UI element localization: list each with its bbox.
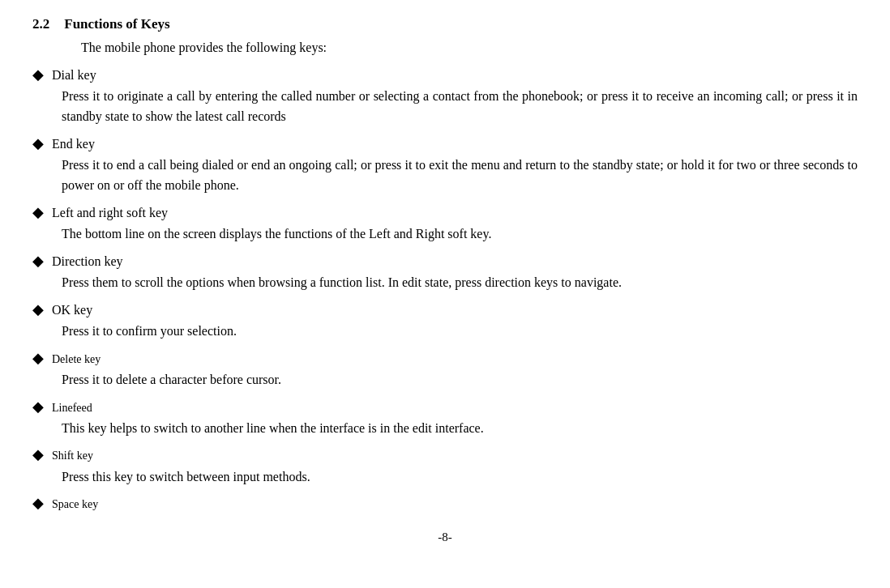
key-desc-shift: Press this key to switch between input m…: [62, 467, 858, 488]
key-desc-linefeed: This key helps to switch to another line…: [62, 419, 858, 439]
key-desc-delete: Press it to delete a character before cu…: [62, 370, 858, 390]
key-heading-shift: ◆ Shift key: [32, 445, 858, 465]
bullet-shift: ◆: [32, 445, 44, 465]
key-name-soft: Left and right soft key: [52, 206, 168, 220]
key-item-space: ◆ Space key: [32, 493, 858, 513]
bullet-end: ◆: [32, 134, 44, 154]
key-heading-linefeed: ◆ Linefeed: [32, 397, 858, 417]
key-name-space: Space key: [52, 498, 98, 511]
key-heading-space: ◆ Space key: [32, 493, 858, 513]
key-heading-dial: ◆ Dial key: [32, 65, 858, 85]
key-item-dial: ◆ Dial key Press it to originate a call …: [32, 65, 858, 127]
key-name-dial: Dial key: [52, 68, 96, 83]
key-desc-soft: The bottom line on the screen displays t…: [62, 224, 858, 245]
key-desc-dial: Press it to originate a call by entering…: [62, 87, 858, 127]
key-item-end: ◆ End key Press it to end a call being d…: [32, 134, 858, 196]
key-heading-direction: ◆ Direction key: [32, 251, 858, 271]
key-item-shift: ◆ Shift key Press this key to switch bet…: [32, 445, 858, 487]
key-item-linefeed: ◆ Linefeed This key helps to switch to a…: [32, 397, 858, 439]
key-name-linefeed: Linefeed: [52, 402, 92, 415]
key-item-direction: ◆ Direction key Press them to scroll the…: [32, 251, 858, 293]
key-name-shift: Shift key: [52, 450, 93, 462]
section-header: 2.2 Functions of Keys: [32, 16, 858, 32]
bullet-soft: ◆: [32, 202, 44, 223]
bullet-ok: ◆: [32, 300, 44, 320]
key-heading-delete: ◆ Delete key: [32, 348, 858, 369]
keys-list: ◆ Dial key Press it to originate a call …: [32, 65, 858, 514]
key-desc-end: Press it to end a call being dialed or e…: [62, 156, 858, 196]
bullet-linefeed: ◆: [32, 397, 44, 417]
section-title: Functions of Keys: [64, 16, 169, 32]
bullet-delete: ◆: [32, 348, 44, 369]
section-number: 2.2: [32, 16, 49, 32]
bullet-dial: ◆: [32, 65, 44, 85]
key-item-delete: ◆ Delete key Press it to delete a charac…: [32, 348, 858, 390]
key-heading-soft: ◆ Left and right soft key: [32, 202, 858, 223]
key-item-ok: ◆ OK key Press it to confirm your select…: [32, 300, 858, 342]
key-name-end: End key: [52, 137, 95, 151]
key-desc-direction: Press them to scroll the options when br…: [62, 273, 858, 293]
key-name-ok: OK key: [52, 303, 92, 317]
key-desc-ok: Press it to confirm your selection.: [62, 322, 858, 342]
bullet-direction: ◆: [32, 251, 44, 271]
key-name-direction: Direction key: [52, 254, 123, 269]
key-item-soft: ◆ Left and right soft key The bottom lin…: [32, 202, 858, 245]
key-heading-end: ◆ End key: [32, 134, 858, 154]
section-intro: The mobile phone provides the following …: [81, 40, 858, 55]
bullet-space: ◆: [32, 493, 44, 513]
key-name-delete: Delete key: [52, 353, 101, 366]
page-number: -8-: [32, 530, 858, 544]
key-heading-ok: ◆ OK key: [32, 300, 858, 320]
